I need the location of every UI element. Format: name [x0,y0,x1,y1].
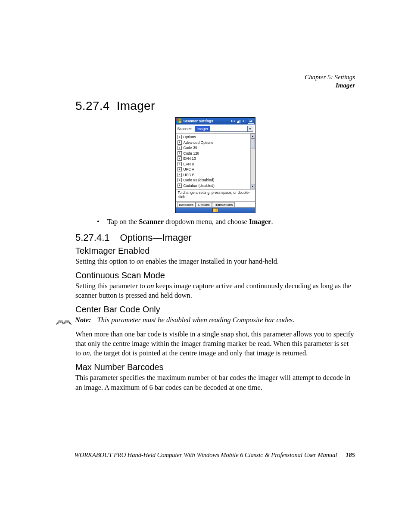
bottom-bar [176,208,255,213]
svg-rect-6 [240,120,240,123]
page-header: Chapter 5: Settings Imager [305,73,355,90]
expand-icon[interactable]: + [177,178,182,182]
tree-item[interactable]: +UPC E [177,172,250,178]
bullet-item: • Tap on the Scanner dropdown menu, and … [97,218,355,226]
signal-icon[interactable] [237,119,241,123]
expand-icon[interactable]: + [177,173,182,177]
tab-barcodes[interactable]: Barcodes [177,202,196,207]
expand-icon[interactable]: + [177,146,182,150]
scroll-thumb[interactable] [251,139,255,149]
bullet-dot: • [97,218,100,226]
expand-icon[interactable]: + [177,167,182,171]
section-heading: 5.27.4Imager [75,99,355,113]
param-heading-tekimager: TekImager Enabled [75,246,355,256]
subsection-title: Options—Imager [120,232,192,243]
scanner-label: Scanner: [177,127,192,131]
scroll-up-icon[interactable]: ▲ [251,134,255,139]
window-title: Scanner Settings [184,119,229,123]
scrollbar[interactable]: ▲ ▼ [250,134,255,189]
section-number: 5.27.4 [75,99,110,112]
settings-tree[interactable]: +Options +Advanced Options +Code 39 +Cod… [176,134,250,189]
tree-item[interactable]: +Code 39 [177,145,250,151]
param-body: Setting this option to on enables the im… [75,257,355,266]
chevron-down-icon[interactable]: ▼ [247,126,253,131]
scanner-row: Scanner: Imager ▼ [176,124,255,134]
param-heading-center: Center Bar Code Only [75,305,355,314]
tree-item[interactable]: +Codabar (disabled) [177,183,250,189]
tabstrip: Barcodes Options Translations [176,202,255,208]
param-body: Setting this parameter to on keeps image… [75,281,355,301]
svg-rect-5 [238,121,239,123]
subsection-heading: 5.27.4.1Options—Imager [75,232,355,243]
note-text: Note:This parameter must be disabled whe… [75,315,294,325]
svg-rect-1 [179,118,181,121]
scanner-settings-screenshot: Scanner Settings ok Scanner: Imager ▼ +O… [175,117,255,213]
tree-item[interactable]: +EAN 8 [177,162,250,167]
param-heading-max: Max Number Barcodes [75,362,355,372]
expand-icon[interactable]: + [177,156,182,161]
subsection-number: 5.27.4.1 [75,232,110,243]
expand-icon[interactable]: + [177,140,182,145]
speaker-icon[interactable] [242,119,246,123]
scroll-track[interactable] [251,149,255,184]
header-section: Imager [305,81,355,90]
page-footer: WORKABOUT PRO Hand-Held Computer With Wi… [65,451,355,459]
titlebar: Scanner Settings ok [176,118,255,124]
note-row: Note:This parameter must be disabled whe… [56,315,355,328]
svg-rect-3 [179,121,181,123]
svg-rect-4 [237,121,238,123]
ok-button[interactable]: ok [248,119,254,124]
tree-item[interactable]: +EAN 13 [177,156,250,162]
keyboard-icon[interactable] [212,208,218,212]
param-heading-continuous: Continuous Scan Mode [75,271,355,280]
param-body: This parameter specifies the maximum num… [75,373,355,392]
expand-icon[interactable]: + [177,135,182,139]
footer-text: WORKABOUT PRO Hand-Held Computer With Wi… [75,451,337,458]
expand-icon[interactable]: + [177,151,182,156]
tree-item[interactable]: +UPC A [177,167,250,172]
tree-item[interactable]: +Options [177,134,250,140]
scroll-down-icon[interactable]: ▼ [251,184,255,189]
tab-options[interactable]: Options [196,202,212,207]
book-icon [56,315,72,326]
tree-item[interactable]: +Code 93 (disabled) [177,177,250,183]
scanner-selected: Imager [195,126,210,131]
tab-translations[interactable]: Translations [212,202,235,207]
header-chapter: Chapter 5: Settings [305,73,355,81]
bullet-text: Tap on the Scanner dropdown menu, and ch… [107,218,273,226]
hint-text: To change a setting: press space, or dou… [176,190,255,202]
page-number: 185 [346,451,355,458]
expand-icon[interactable]: + [177,184,182,188]
svg-rect-2 [177,121,179,123]
svg-rect-0 [177,118,179,121]
windows-flag-icon [177,118,182,124]
tree-item[interactable]: +Code 128 [177,151,250,156]
tree-item[interactable]: +Advanced Options [177,140,250,146]
scanner-dropdown[interactable]: Imager ▼ [195,126,253,132]
param-body: When more than one bar code is visible i… [75,330,355,358]
expand-icon[interactable]: + [177,162,182,166]
section-title: Imager [117,99,155,112]
connectivity-icon[interactable] [230,119,235,123]
